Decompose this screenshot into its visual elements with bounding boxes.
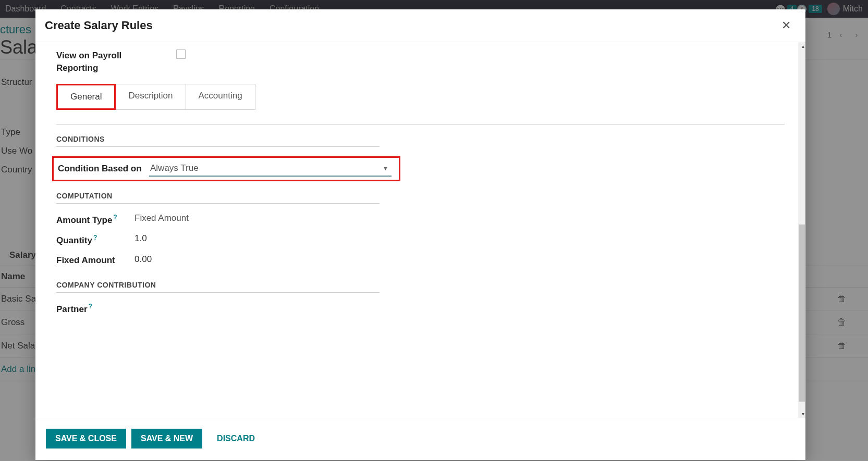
scrollbar-thumb[interactable] [799, 225, 805, 402]
tabs: General Description Accounting [56, 84, 805, 110]
discard-button[interactable]: DISCARD [207, 429, 264, 448]
tab-description[interactable]: Description [116, 84, 186, 110]
save-and-new-button[interactable]: SAVE & NEW [131, 429, 202, 448]
help-icon[interactable]: ? [89, 303, 92, 310]
modal-title: Create Salary Rules [45, 19, 153, 32]
condition-based-on-row: Condition Based on Always True ▼ [52, 156, 400, 181]
section-company-contribution: COMPANY CONTRIBUTION [56, 281, 805, 289]
scroll-down-icon[interactable]: ▾ [802, 411, 804, 417]
scroll-up-icon[interactable]: ▴ [802, 43, 804, 49]
label-partner: Partner? [56, 302, 135, 315]
label-view-on-payroll: View on Payroll Reporting [56, 49, 145, 74]
condition-value: Always True [150, 163, 199, 173]
label-quantity: Quantity? [56, 233, 135, 246]
section-conditions: CONDITIONS [56, 135, 805, 143]
close-icon[interactable]: ✕ [781, 19, 791, 32]
chevron-down-icon: ▼ [383, 165, 388, 171]
select-condition-based-on[interactable]: Always True ▼ [149, 161, 392, 177]
save-and-close-button[interactable]: SAVE & CLOSE [46, 429, 126, 448]
tab-general[interactable]: General [56, 84, 116, 110]
value-amount-type[interactable]: Fixed Amount [135, 213, 189, 223]
modal-footer: SAVE & CLOSE SAVE & NEW DISCARD [35, 418, 805, 460]
value-fixed-amount[interactable]: 0.00 [135, 254, 152, 265]
value-quantity[interactable]: 1.0 [135, 233, 147, 244]
label-amount-type: Amount Type? [56, 213, 135, 226]
label-fixed-amount: Fixed Amount [56, 254, 135, 267]
create-salary-rules-modal: Create Salary Rules ✕ ▴ ▾ View on Payrol… [35, 9, 805, 460]
label-condition-based-on: Condition Based on [58, 163, 149, 175]
checkbox-view-on-payroll[interactable] [176, 49, 186, 59]
help-icon[interactable]: ? [93, 234, 97, 241]
tab-accounting[interactable]: Accounting [186, 84, 255, 110]
scrollbar-track[interactable]: ▴ ▾ [798, 42, 805, 418]
help-icon[interactable]: ? [113, 214, 117, 221]
section-computation: COMPUTATION [56, 192, 805, 200]
